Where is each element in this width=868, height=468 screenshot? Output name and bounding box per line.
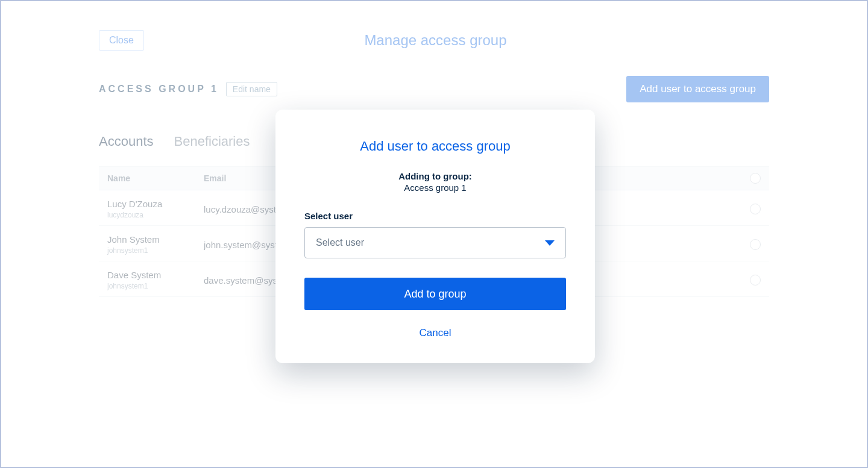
- add-user-button[interactable]: Add user to access group: [626, 76, 769, 102]
- row-username: lucydzouza: [107, 211, 204, 219]
- add-to-group-button[interactable]: Add to group: [304, 278, 566, 310]
- select-all-radio[interactable]: [750, 173, 761, 184]
- adding-to-label: Adding to group:: [304, 171, 566, 181]
- row-radio[interactable]: [750, 204, 761, 214]
- select-user-label: Select user: [304, 211, 566, 221]
- row-name: Dave System: [107, 270, 204, 280]
- row-username: johnsystem1: [107, 282, 204, 290]
- select-placeholder: Select user: [316, 237, 364, 248]
- tab-accounts[interactable]: Accounts: [99, 134, 154, 149]
- row-radio[interactable]: [750, 239, 761, 250]
- row-name: Lucy D'Zouza: [107, 199, 204, 209]
- select-user-dropdown[interactable]: Select user: [304, 227, 566, 258]
- row-username: johnsystem1: [107, 246, 204, 255]
- adding-to-value: Access group 1: [304, 183, 566, 193]
- tab-beneficiaries[interactable]: Beneficiaries: [174, 134, 250, 149]
- edit-name-button[interactable]: Edit name: [226, 82, 277, 96]
- column-name: Name: [107, 173, 204, 183]
- add-user-modal: Add user to access group Adding to group…: [275, 110, 595, 363]
- page-title: Manage access group: [102, 32, 769, 49]
- access-group-name: ACCESS GROUP 1: [99, 84, 219, 95]
- cancel-button[interactable]: Cancel: [304, 327, 566, 339]
- chevron-down-icon: [545, 240, 555, 246]
- row-name: John System: [107, 234, 204, 245]
- row-radio[interactable]: [750, 275, 761, 285]
- modal-title: Add user to access group: [304, 139, 566, 154]
